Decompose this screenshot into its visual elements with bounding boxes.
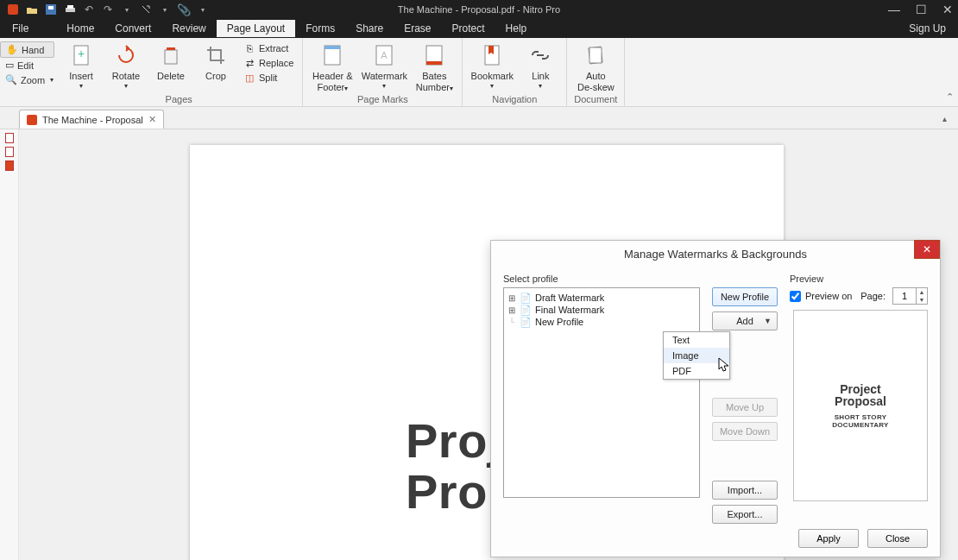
group-pages: +Insert▾ Rotate▾ Delete Crop ⎘Extract ⇄R… [55,38,303,106]
panel-icon[interactable] [5,133,14,143]
preview-text: DOCUMENTARY [816,421,905,429]
menu-item-text[interactable]: Text [664,332,729,348]
maximize-icon[interactable]: ☐ [916,3,927,16]
tab-review[interactable]: Review [161,20,216,37]
export-button[interactable]: Export... [712,505,778,524]
add-menu: Text Image PDF [663,331,730,380]
zoom-tool[interactable]: 🔍Zoom▾ [0,72,54,87]
file-tab[interactable]: File [0,20,41,37]
extract-icon: ⎘ [243,42,255,54]
spin-up-icon[interactable]: ▲ [917,288,927,296]
tab-help[interactable]: Help [495,20,538,37]
collapse-ribbon-icon[interactable]: ⌃ [941,38,958,106]
panel-icon[interactable] [5,160,14,171]
tab-page-layout[interactable]: Page Layout [217,20,295,37]
import-button[interactable]: Import... [712,481,778,500]
expand-icon[interactable]: ⊞ [507,305,516,315]
group-label: Navigation [468,93,561,106]
group-label: Page Marks [308,93,457,106]
dialog-title: Manage Watermarks & Backgrounds [624,248,807,261]
page-spinner[interactable]: ▲▼ [892,287,928,305]
group-label: Document [572,93,619,106]
auto-deskew-button[interactable]: AutoDe-skew [572,40,619,93]
insert-button[interactable]: +Insert▾ [60,40,102,91]
profile-tree[interactable]: ⊞📄Draft Watermark ⊞📄Final Watermark └📄Ne… [503,287,700,498]
svg-rect-8 [167,47,175,50]
minimize-icon[interactable]: — [888,3,900,16]
print-icon[interactable] [64,3,76,16]
window-title: The Machine - Proposal.pdf - Nitro Pro [398,4,560,15]
tree-item[interactable]: └📄New Profile [506,316,697,328]
view-tools: ✋Hand ▭Edit 🔍Zoom▾ [0,38,55,106]
save-icon[interactable] [45,3,57,16]
edit-icon: ▭ [5,60,14,71]
group-document: AutoDe-skew Document [567,38,625,106]
close-button[interactable]: Close [867,529,928,548]
tab-convert[interactable]: Convert [104,20,161,37]
svg-rect-2 [48,6,54,9]
svg-rect-17 [589,47,602,63]
svg-rect-14 [426,61,442,65]
bookmark-button[interactable]: Bookmark▾ [468,40,516,91]
page-input[interactable] [893,291,916,301]
close-icon[interactable]: ✕ [942,3,953,16]
ribbon: ✋Hand ▭Edit 🔍Zoom▾ +Insert▾ Rotate▾ Dele… [0,38,958,107]
rotate-button[interactable]: Rotate▾ [105,40,147,91]
edit-tool[interactable]: ▭Edit [0,58,54,72]
tab-share[interactable]: Share [345,20,394,37]
bates-number-button[interactable]: BatesNumber▾ [412,40,457,93]
menu-item-pdf[interactable]: PDF [664,363,729,379]
dropdown-caret-icon: ▼ [764,317,772,325]
close-tab-icon[interactable]: ✕ [148,114,156,125]
extract-button[interactable]: ⎘Extract [240,41,297,55]
crop-button[interactable]: Crop [195,40,236,82]
apply-button[interactable]: Apply [798,529,859,548]
attach-icon[interactable]: 📎 [178,3,190,16]
tab-erase[interactable]: Erase [394,20,441,37]
watermark-button[interactable]: AWatermark▾ [360,40,408,91]
preview-text: SHORT STORY [816,413,905,421]
svg-rect-10 [325,46,340,49]
tab-protect[interactable]: Protect [442,20,495,37]
signup-link[interactable]: Sign Up [909,22,958,35]
tree-item[interactable]: ⊞📄Draft Watermark [506,292,697,304]
replace-button[interactable]: ⇄Replace [240,56,297,70]
svg-rect-4 [67,5,73,9]
new-profile-button[interactable]: New Profile [712,287,778,306]
manage-watermarks-dialog: Manage Watermarks & Backgrounds ✕ Select… [490,240,941,557]
expand-icon[interactable]: ⊞ [507,293,516,303]
panel-icon[interactable] [5,147,14,157]
preview-text: Proposal [816,394,905,408]
hand-tool[interactable]: ✋Hand [0,41,54,58]
redo-icon[interactable]: ↷ [102,3,114,16]
split-button[interactable]: ◫Split [240,71,297,85]
tool-icon[interactable] [140,3,152,16]
link-button[interactable]: Link▾ [520,40,561,91]
delete-button[interactable]: Delete [150,40,192,82]
scroll-up-icon[interactable]: ▴ [942,114,955,126]
open-icon[interactable] [26,3,38,16]
app-icon [7,3,19,16]
leaf-icon: └ [507,318,516,327]
watermark-icon: 📄 [520,305,532,315]
dropdown-icon[interactable]: ▾ [121,3,133,16]
tree-item[interactable]: ⊞📄Final Watermark [506,304,697,316]
document-tab[interactable]: The Machine - Proposal ✕ [19,110,164,129]
svg-text:+: + [78,47,85,60]
header-footer-button[interactable]: Header &Footer▾ [308,40,356,93]
dialog-close-button[interactable]: ✕ [914,240,940,259]
preview-on-checkbox[interactable]: Preview on [790,291,852,302]
page-label: Page: [860,291,886,301]
menu-item-image[interactable]: Image [664,348,729,363]
undo-icon[interactable]: ↶ [83,3,95,16]
svg-rect-7 [165,50,177,64]
tab-forms[interactable]: Forms [295,20,345,37]
tab-home[interactable]: Home [56,20,104,37]
dropdown-icon[interactable]: ▾ [197,3,209,16]
dialog-title-bar[interactable]: Manage Watermarks & Backgrounds ✕ [491,241,940,267]
dropdown-icon[interactable]: ▾ [159,3,171,16]
window-controls: — ☐ ✕ [888,3,953,16]
add-button[interactable]: Add▼ [712,311,778,330]
spin-down-icon[interactable]: ▼ [917,296,927,304]
split-icon: ◫ [243,72,255,84]
